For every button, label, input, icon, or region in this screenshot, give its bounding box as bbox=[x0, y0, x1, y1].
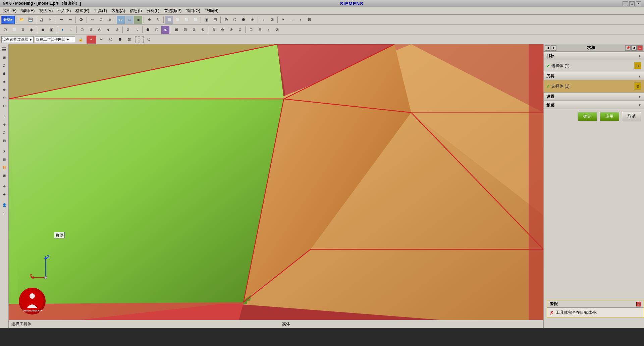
t2-8[interactable]: □ bbox=[67, 26, 75, 34]
cancel-button[interactable]: 取消 bbox=[622, 112, 641, 121]
left-btn-7[interactable]: ⊗ bbox=[1, 94, 8, 101]
render-button[interactable]: ◉ bbox=[202, 16, 210, 24]
panel-close-button[interactable]: × bbox=[637, 45, 643, 51]
left-btn-10[interactable]: ⊛ bbox=[1, 121, 8, 128]
t2-15[interactable]: ∿ bbox=[133, 26, 141, 34]
extend-button[interactable]: ↔ bbox=[288, 16, 296, 24]
t2-4[interactable]: ◉ bbox=[28, 26, 36, 34]
print-button[interactable]: 🖨 bbox=[38, 16, 46, 24]
work-part-dropdown[interactable]: 仅在工作部件内部 ▼ bbox=[35, 36, 75, 43]
cut-button[interactable]: ✂ bbox=[46, 16, 54, 24]
selection-snap-button[interactable]: ⊕ bbox=[222, 16, 230, 24]
undo-button[interactable]: ↩ bbox=[57, 16, 65, 24]
layer-button[interactable]: ⊠ bbox=[268, 16, 276, 24]
menu-analysis[interactable]: 分析(L) bbox=[145, 7, 162, 14]
t2-14[interactable]: ⊼ bbox=[124, 26, 132, 34]
viewport[interactable]: Z X 目标 www.UGSNX.COM bbox=[9, 44, 543, 328]
menu-insert[interactable]: 插入(S) bbox=[55, 7, 73, 14]
t2-2[interactable]: ⬜ bbox=[10, 26, 18, 34]
left-btn-13[interactable]: ⊼ bbox=[1, 148, 8, 155]
sketch-button[interactable]: ✏ bbox=[88, 16, 96, 24]
left-btn-18[interactable]: ⊗ bbox=[1, 190, 8, 198]
menu-preferences[interactable]: 首选项(P) bbox=[162, 7, 183, 14]
trim-button[interactable]: ✂ bbox=[279, 16, 287, 24]
t2-19[interactable]: ⊞ bbox=[172, 26, 180, 34]
t2-25[interactable]: ⊗ bbox=[227, 26, 235, 34]
panel-nav-right[interactable]: ► bbox=[551, 45, 556, 51]
left-btn-2[interactable]: ⊞ bbox=[1, 54, 8, 61]
filter-view-button[interactable]: ⬡ bbox=[145, 36, 153, 44]
filter-snap-button[interactable]: + bbox=[87, 36, 96, 44]
left-btn-4[interactable]: ⬢ bbox=[1, 70, 8, 77]
left-btn-8[interactable]: ⊖ bbox=[1, 102, 8, 109]
left-btn-6[interactable]: ⊕ bbox=[1, 86, 8, 93]
save-button[interactable]: 💾 bbox=[26, 16, 35, 24]
menu-edit[interactable]: 编辑(E) bbox=[19, 7, 37, 14]
t2-26[interactable]: ⊛ bbox=[236, 26, 244, 34]
left-btn-1[interactable]: ☰ bbox=[1, 46, 8, 53]
menu-format[interactable]: 格式(R) bbox=[73, 7, 91, 14]
tb-cube-right[interactable]: ⬜ bbox=[191, 16, 199, 24]
target-section-header[interactable]: 目标 ▲ bbox=[544, 52, 644, 60]
left-btn-11[interactable]: ⬡ bbox=[1, 129, 8, 136]
view-3d-button[interactable]: 3D bbox=[117, 16, 125, 24]
tool5[interactable]: ⊡ bbox=[305, 16, 313, 24]
t2-11[interactable]: ◷ bbox=[96, 26, 104, 34]
apply-button[interactable]: 应用 bbox=[600, 112, 619, 121]
t2-12[interactable]: ♥ bbox=[104, 26, 112, 34]
t2-27[interactable]: ⊡ bbox=[247, 26, 255, 34]
left-btn-19[interactable]: 👤 bbox=[1, 201, 8, 209]
open-button[interactable]: 📂 bbox=[18, 16, 26, 24]
zoom-fit-button[interactable]: ⊕ bbox=[145, 16, 153, 24]
title-controls[interactable]: _ □ × bbox=[623, 1, 641, 6]
t2-24[interactable]: ⊖ bbox=[218, 26, 226, 34]
t2-7[interactable]: ● bbox=[58, 26, 66, 34]
t2-10[interactable]: ⊕ bbox=[87, 26, 95, 34]
left-btn-17[interactable]: ⊕ bbox=[1, 182, 8, 190]
t2-16[interactable]: ⬢ bbox=[144, 26, 152, 34]
maximize-button[interactable]: □ bbox=[629, 1, 635, 6]
filter-back-button[interactable]: ↩ bbox=[97, 36, 105, 44]
tb-cube-top[interactable]: ⬜ bbox=[174, 16, 182, 24]
analysis4-button[interactable]: ◈ bbox=[248, 16, 256, 24]
panel-nav-left[interactable]: ◄ bbox=[545, 45, 550, 51]
panel-expand-button[interactable]: ◀ bbox=[631, 45, 637, 51]
menu-info[interactable]: 信息(I) bbox=[128, 7, 144, 14]
filter-fwd-button[interactable]: ⬡ bbox=[107, 36, 115, 44]
close-button[interactable]: × bbox=[636, 1, 641, 6]
t2-6[interactable]: ▣ bbox=[47, 26, 55, 34]
t2-28[interactable]: ⊞ bbox=[256, 26, 264, 34]
filter-dotted-button[interactable]: □ bbox=[135, 36, 144, 43]
t2-13[interactable]: ⊛ bbox=[113, 26, 121, 34]
offset-button[interactable]: ↕ bbox=[297, 16, 305, 24]
menu-tools[interactable]: 工具(T) bbox=[92, 7, 109, 14]
t2-20[interactable]: ⊡ bbox=[181, 26, 189, 34]
t2-30[interactable]: ⊠ bbox=[273, 26, 281, 34]
redo-button[interactable]: ↪ bbox=[66, 16, 74, 24]
menu-window[interactable]: 窗口(O) bbox=[184, 7, 202, 14]
left-btn-12[interactable]: ⊠ bbox=[1, 137, 8, 144]
t2-9[interactable]: ⬡ bbox=[78, 26, 86, 34]
nx-home-button[interactable]: 开始▾ bbox=[1, 16, 15, 24]
filter-sel-button[interactable]: ⊡ bbox=[125, 36, 133, 44]
menu-view[interactable]: 视图(V) bbox=[37, 7, 55, 14]
update-button[interactable]: ⟳ bbox=[77, 16, 85, 24]
analysis3-button[interactable]: ⬢ bbox=[239, 16, 248, 24]
menu-assembly[interactable]: 装配(A) bbox=[110, 7, 127, 14]
left-btn-15[interactable]: 🎨 bbox=[1, 164, 8, 171]
t2-29[interactable]: ↕ bbox=[264, 26, 272, 34]
snap-button[interactable]: + bbox=[259, 16, 267, 24]
section-button[interactable]: ⊞ bbox=[211, 16, 219, 24]
left-btn-14[interactable]: ⊡ bbox=[1, 156, 8, 163]
tool-select-button[interactable]: ⊡ bbox=[634, 82, 641, 90]
t2-1[interactable]: ⬡ bbox=[1, 26, 9, 34]
filter-3d-button[interactable]: ⬢ bbox=[116, 36, 124, 44]
warning-close-button[interactable]: × bbox=[636, 302, 641, 306]
left-btn-3[interactable]: ⬡ bbox=[1, 62, 8, 69]
view-shade-button[interactable]: ◼ bbox=[134, 16, 142, 24]
target-select-button[interactable]: ⊡ bbox=[634, 62, 641, 69]
t2-18[interactable]: 3D bbox=[161, 26, 169, 34]
feature-button[interactable]: ⬡ bbox=[97, 16, 105, 24]
analysis2-button[interactable]: ⬡ bbox=[231, 16, 239, 24]
settings-section-header[interactable]: 设置 ▼ bbox=[544, 93, 644, 101]
